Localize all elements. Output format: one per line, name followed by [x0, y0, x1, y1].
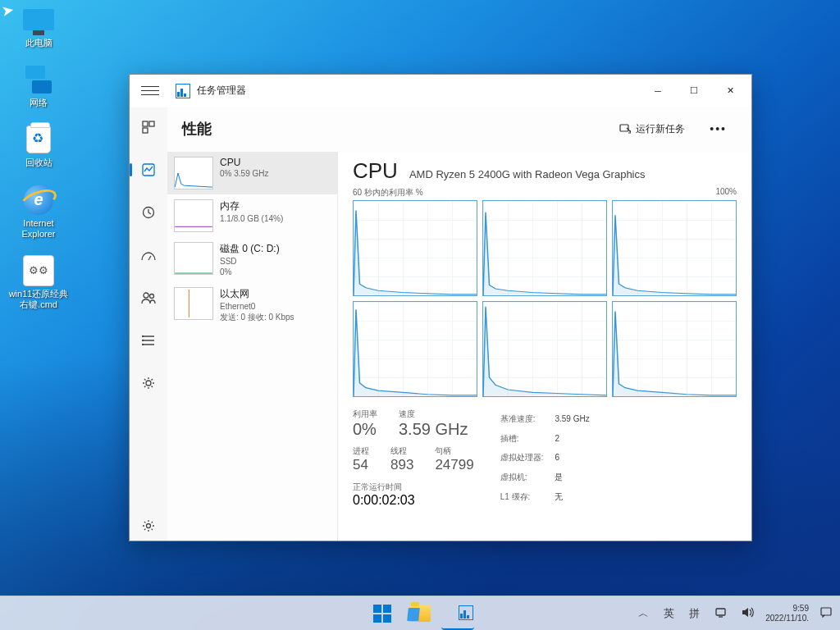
svg-point-5: [144, 293, 148, 298]
window-title: 任务管理器: [197, 84, 246, 98]
close-button[interactable]: ✕: [712, 78, 748, 104]
app-icon: [176, 84, 190, 98]
desktop-icon-cmdfile[interactable]: win11还原经典右键.cmd: [8, 254, 69, 310]
cpu-model: AMD Ryzen 5 2400G with Radeon Vega Graph…: [409, 168, 646, 180]
cpu-side-info: 基准速度:3.59 GHz 插槽:2 虚拟处理器:6 虚拟机:是 L1 缓存:无: [499, 409, 591, 508]
stat-util: 0%: [353, 420, 377, 439]
system-tray: ︿ 英 拼 9:59 2022/11/10.: [635, 603, 835, 624]
run-task-icon: [619, 123, 631, 135]
maximize-button[interactable]: ☐: [676, 78, 712, 104]
ime-indicator-2[interactable]: 拼: [686, 603, 703, 624]
list-item-disk[interactable]: 磁盘 0 (C: D:)SSD 0%: [167, 237, 337, 282]
stat-handle: 24799: [435, 457, 473, 473]
svg-point-11: [147, 524, 151, 528]
nav-details[interactable]: [134, 326, 163, 355]
main-panel: CPU AMD Ryzen 5 2400G with Radeon Vega G…: [338, 152, 751, 541]
run-new-task-button[interactable]: 运行新任务: [609, 116, 695, 142]
desktop-icons: 此电脑 网络 回收站 eInternet Explorer win11还原经典右…: [8, 0, 69, 310]
more-button[interactable]: •••: [700, 116, 737, 142]
disk-thumb: [174, 242, 213, 275]
nav-settings[interactable]: [134, 511, 163, 541]
svg-point-9: [143, 345, 144, 345]
desktop-icon-recyclebin[interactable]: 回收站: [8, 123, 69, 168]
page-title: 性能: [182, 119, 212, 139]
svg-rect-14: [716, 609, 725, 615]
svg-rect-1: [149, 121, 154, 126]
volume-icon[interactable]: [738, 604, 757, 623]
taskmanager-icon: [459, 605, 473, 620]
memory-thumb: [174, 199, 213, 232]
network-icon[interactable]: [711, 604, 730, 623]
titlebar[interactable]: 任务管理器 ─ ☐ ✕: [130, 75, 751, 107]
desktop-icon-network[interactable]: 网络: [8, 63, 69, 108]
resource-list: CPU0% 3.59 GHz 内存1.1/8.0 GB (14%) 磁盘 0 (…: [167, 152, 338, 541]
taskbar-clock[interactable]: 9:59 2022/11/10.: [765, 604, 809, 623]
taskbar-explorer[interactable]: [404, 597, 436, 630]
nav-startup[interactable]: [134, 240, 163, 270]
nav-performance[interactable]: [134, 155, 163, 185]
svg-rect-15: [821, 608, 831, 615]
svg-point-8: [143, 340, 144, 341]
desktop-icon-ie[interactable]: eInternet Explorer: [8, 184, 69, 240]
taskbar-taskmanager[interactable]: [441, 597, 474, 630]
nav-services[interactable]: [134, 368, 163, 398]
tray-chevron-icon[interactable]: ︿: [635, 603, 652, 624]
nav-processes[interactable]: [134, 112, 163, 142]
stat-speed: 3.59 GHz: [399, 420, 468, 439]
svg-rect-2: [143, 128, 148, 133]
list-item-memory[interactable]: 内存1.1/8.0 GB (14%): [167, 194, 337, 237]
notifications-icon[interactable]: [817, 603, 835, 623]
nav-history[interactable]: [134, 198, 163, 227]
svg-point-6: [150, 294, 154, 299]
hamburger-icon[interactable]: [141, 86, 159, 95]
page-header: 性能 运行新任务 •••: [167, 107, 751, 152]
svg-rect-0: [143, 121, 148, 126]
list-item-ethernet[interactable]: 以太网Ethernet0 发送: 0 接收: 0 Kbps: [167, 282, 337, 327]
nav-rail: [130, 107, 167, 541]
ime-indicator-1[interactable]: 英: [660, 603, 678, 624]
windows-logo-icon: [373, 605, 391, 623]
minimize-button[interactable]: ─: [640, 78, 676, 104]
start-button[interactable]: [366, 597, 399, 630]
ethernet-thumb: [174, 287, 213, 320]
stat-proc: 54: [353, 457, 369, 473]
cpu-thumb: [174, 157, 213, 189]
svg-point-10: [146, 381, 151, 386]
taskbar: ︿ 英 拼 9:59 2022/11/10.: [0, 596, 840, 630]
stat-thread: 893: [390, 457, 413, 473]
desktop-icon-thispc[interactable]: 此电脑: [8, 3, 69, 48]
nav-users[interactable]: [134, 283, 163, 313]
cpu-heading: CPU: [353, 158, 398, 184]
list-item-cpu[interactable]: CPU0% 3.59 GHz: [167, 152, 337, 194]
stat-uptime: 0:00:02:03: [353, 493, 474, 508]
taskmanager-window: 任务管理器 ─ ☐ ✕ 性能 运行新任务: [129, 74, 752, 541]
folder-icon: [409, 605, 431, 622]
cpu-charts[interactable]: [353, 200, 737, 397]
svg-point-7: [143, 336, 144, 337]
